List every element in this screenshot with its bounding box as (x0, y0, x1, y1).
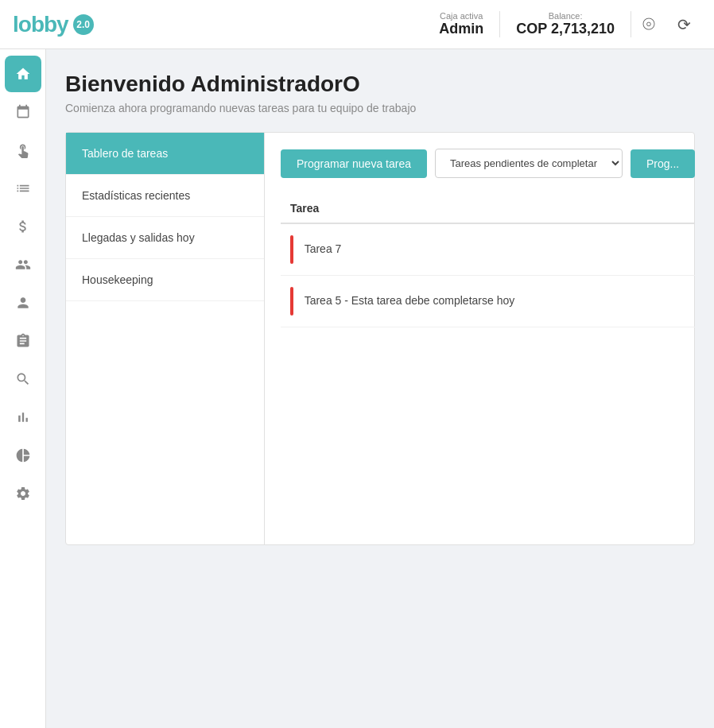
tasks-table: Tarea Tarea 7 T (281, 194, 695, 327)
task-cell: Tarea 7 (281, 223, 695, 276)
sidebar-item-home[interactable] (5, 56, 41, 92)
column-header-tarea: Tarea (281, 194, 695, 223)
caja-label: Caja activa (439, 11, 483, 21)
header: lobby 2.0 Caja activa Admin Balance: COP… (0, 0, 714, 49)
header-balance: Balance: COP 2,713,210 (500, 11, 631, 37)
panel-toolbar: Programar nueva tarea Tareas pendientes … (281, 149, 695, 178)
logo-version: 2.0 (73, 14, 94, 35)
sidebar (0, 49, 46, 728)
balance-label: Balance: (516, 11, 615, 21)
refresh-icon-button[interactable]: ⟳ (666, 7, 701, 42)
header-right: Caja activa Admin Balance: COP 2,713,210… (423, 7, 701, 42)
task-filter-select[interactable]: Tareas pendientes de completar Todas las… (435, 149, 623, 178)
sidebar-item-person[interactable] (5, 285, 41, 321)
sidebar-item-users[interactable] (5, 246, 41, 283)
new-task-button[interactable]: Programar nueva tarea (281, 149, 427, 178)
content-area: Bienvenido AdministradorO Comienza ahora… (46, 49, 714, 728)
welcome-title: Bienvenido AdministradorO (65, 72, 695, 97)
main-layout: Bienvenido AdministradorO Comienza ahora… (0, 49, 714, 728)
nav-item-tablero[interactable]: Tablero de tareas (66, 133, 264, 175)
task-indicator (290, 287, 293, 316)
header-caja: Caja activa Admin (423, 11, 500, 37)
nav-item-estadisticas[interactable]: Estadísticas recientes (66, 175, 264, 217)
sidebar-item-pie-chart[interactable] (5, 437, 41, 474)
logo-area: lobby 2.0 (13, 12, 204, 37)
task-label: Tarea 5 - Esta tarea debe completarse ho… (305, 294, 515, 307)
prog-button[interactable]: Prog... (631, 149, 695, 178)
history-icon-button[interactable]: ⦾ (631, 7, 666, 42)
task-indicator (290, 235, 293, 264)
main-panel: Tablero de tareas Estadísticas recientes… (65, 132, 695, 545)
sidebar-item-search[interactable] (5, 361, 41, 397)
task-cell: Tarea 5 - Esta tarea debe completarse ho… (281, 276, 695, 327)
panel-content: Programar nueva tarea Tareas pendientes … (265, 133, 711, 544)
balance-value: COP 2,713,210 (516, 21, 615, 37)
sidebar-item-dollar[interactable] (5, 208, 41, 245)
sidebar-item-calendar[interactable] (5, 94, 41, 130)
table-row: Tarea 5 - Esta tarea debe completarse ho… (281, 276, 695, 327)
sidebar-item-bar-chart[interactable] (5, 399, 41, 436)
sidebar-item-settings[interactable] (5, 475, 41, 512)
sidebar-item-touch[interactable] (5, 132, 41, 168)
task-label: Tarea 7 (305, 242, 342, 255)
table-row: Tarea 7 (281, 223, 695, 276)
nav-item-housekeeping[interactable]: Housekeeping (66, 259, 264, 301)
nav-item-llegadas[interactable]: Llegadas y salidas hoy (66, 217, 264, 259)
panel-nav: Tablero de tareas Estadísticas recientes… (66, 133, 265, 544)
sidebar-item-clipboard[interactable] (5, 323, 41, 359)
logo-text: lobby (13, 12, 68, 37)
welcome-subtitle: Comienza ahora programando nuevas tareas… (65, 102, 695, 114)
sidebar-item-list[interactable] (5, 170, 41, 207)
caja-value: Admin (439, 21, 483, 37)
